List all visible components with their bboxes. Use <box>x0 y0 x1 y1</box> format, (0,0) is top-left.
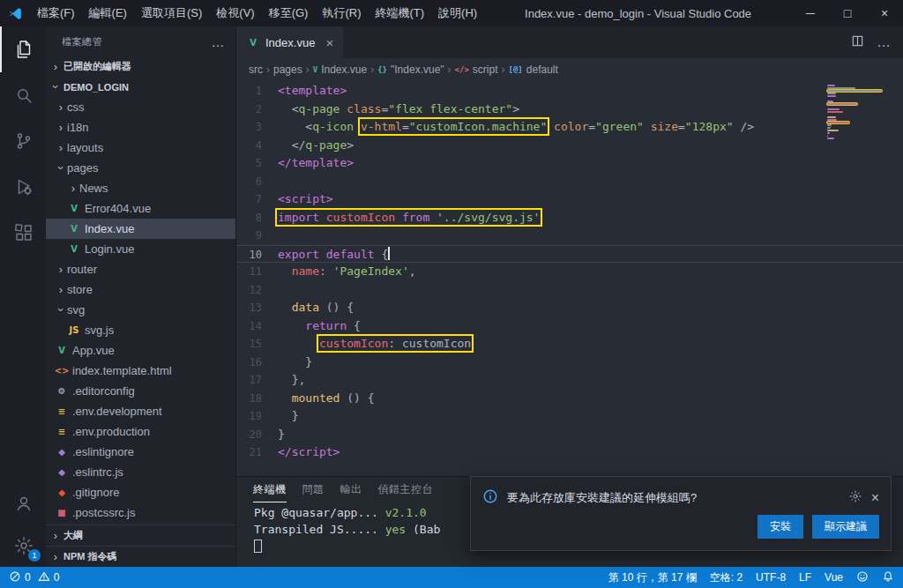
code-line-9[interactable]: 9 <box>236 227 903 245</box>
status-indentation[interactable]: 空格: 2 <box>710 570 743 585</box>
status-problems-errors[interactable]: 0 <box>9 570 31 585</box>
code-line-13[interactable]: 13 data () { <box>236 299 903 317</box>
tab-index-vue[interactable]: V Index.vue × <box>236 26 343 58</box>
minimap[interactable] <box>827 85 891 140</box>
tree-item-css[interactable]: ›css <box>46 97 235 117</box>
breadcrumb-index-vue-root[interactable]: {}"Index.vue" <box>377 63 444 76</box>
panel-tab-output[interactable]: 輸出 <box>340 477 362 502</box>
menu-run[interactable]: 執行(R) <box>315 0 368 26</box>
code-line-8[interactable]: 8import customIcon from '../svg/svg.js' <box>236 209 903 227</box>
tree-item-gitignore[interactable]: ◆.gitignore <box>46 482 235 502</box>
tree-item-store[interactable]: ›store <box>46 279 235 300</box>
tree-item-svg[interactable]: ›svg <box>46 300 235 320</box>
code-line-7[interactable]: 7<script> <box>236 190 903 209</box>
menu-selection[interactable]: 選取項目(S) <box>134 0 209 26</box>
close-button[interactable]: × <box>866 0 903 26</box>
menu-help[interactable]: 說明(H) <box>431 0 484 26</box>
open-editors-section[interactable]: › 已開啟的編輯器 <box>46 56 235 77</box>
panel-tab-problems[interactable]: 問題 <box>302 477 325 502</box>
tree-item-editorconfig[interactable]: ⚙.editorconfig <box>46 381 235 401</box>
code-line-3[interactable]: 3 <q-icon v-html="customIcon.machine" co… <box>236 118 903 137</box>
code-line-18[interactable]: 18 mounted () { <box>236 390 903 408</box>
code-line-19[interactable]: 19 } <box>236 407 903 426</box>
menu-terminal[interactable]: 終端機(T) <box>368 0 431 26</box>
status-eol[interactable]: LF <box>799 571 811 584</box>
install-button[interactable]: 安裝 <box>757 515 803 539</box>
root-folder-section[interactable]: › DEMO_LOGIN <box>46 77 235 97</box>
code-line-20[interactable]: 20} <box>236 426 903 444</box>
breadcrumb-default[interactable]: [@]default <box>509 63 558 76</box>
breadcrumb-script[interactable]: </>script <box>455 63 498 76</box>
breadcrumb-pages[interactable]: pages <box>273 63 302 76</box>
code-line-1[interactable]: 1<template> <box>236 82 903 100</box>
more-actions-icon[interactable]: … <box>212 34 226 49</box>
menu-go[interactable]: 移至(G) <box>262 0 316 26</box>
breadcrumb-index-vue[interactable]: VIndex.vue <box>313 63 367 76</box>
code-line-4[interactable]: 4 </q-page> <box>236 137 903 155</box>
tree-item-eslintignore[interactable]: ◆.eslintignore <box>46 442 235 462</box>
explorer-icon[interactable] <box>0 26 46 72</box>
tree-item-app-vue[interactable]: VApp.vue <box>46 340 235 361</box>
code-line-14[interactable]: 14 return { <box>236 317 903 336</box>
tree-item-env-development[interactable]: ≡.env.development <box>46 401 235 421</box>
tree-item-pages[interactable]: ›pages <box>46 158 235 178</box>
tree-item-postcssrc-js[interactable]: ■.postcssrc.js <box>46 502 235 523</box>
code-line-6[interactable]: 6 <box>236 173 903 191</box>
code-line-16[interactable]: 16 } <box>236 354 903 372</box>
code-line-11[interactable]: 11 name: 'PageIndex', <box>236 263 903 281</box>
status-notifications[interactable] <box>882 570 894 585</box>
line-number: 8 <box>236 209 278 227</box>
source-control-icon[interactable] <box>0 118 46 164</box>
tree-item-router[interactable]: ›router <box>46 259 235 279</box>
editor-more-icon[interactable]: … <box>877 34 891 50</box>
tree-item-news[interactable]: ›News <box>46 178 235 198</box>
panel-tab-debug-console[interactable]: 偵錯主控台 <box>378 477 434 502</box>
status-cursor-position[interactable]: 第 10 行，第 17 欄 <box>608 570 697 585</box>
code-line-10[interactable]: 10export default { <box>236 245 903 264</box>
run-debug-icon[interactable] <box>0 164 46 210</box>
code-line-2[interactable]: 2 <q-page class="flex flex-center"> <box>236 100 903 119</box>
tree-item-layouts[interactable]: ›layouts <box>46 138 235 158</box>
activity-bar-top <box>0 26 46 256</box>
code-line-15[interactable]: 15 customIcon: customIcon <box>236 335 903 354</box>
tree-item-index-template-html[interactable]: <>index.template.html <box>46 361 235 381</box>
tree-item-svg-js[interactable]: JSsvg.js <box>46 320 235 340</box>
npm-scripts-section[interactable]: › NPM 指令碼 <box>46 546 235 567</box>
file-label: .postcssrc.js <box>72 506 136 519</box>
outline-section[interactable]: › 大綱 <box>46 525 235 546</box>
code-editor[interactable]: 1<template>2 <q-page class="flex flex-ce… <box>236 81 903 476</box>
code-line-21[interactable]: 21</script> <box>236 443 903 462</box>
code-line-12[interactable]: 12 <box>236 281 903 300</box>
tree-item-login-vue[interactable]: VLogin.vue <box>46 239 235 259</box>
split-editor-icon[interactable] <box>851 34 864 50</box>
minimize-button[interactable]: ─ <box>792 0 829 26</box>
tree-item-env-production[interactable]: ≡.env.production <box>46 421 235 442</box>
tree-item-i18n[interactable]: ›i18n <box>46 117 235 138</box>
breadcrumb-src[interactable]: src <box>249 63 263 76</box>
code-line-17[interactable]: 17 }, <box>236 371 903 390</box>
tree-item-index-vue[interactable]: VIndex.vue <box>46 219 235 239</box>
tree-item-eslintrc-js[interactable]: ◆.eslintrc.js <box>46 462 235 482</box>
status-encoding[interactable]: UTF-8 <box>756 571 786 584</box>
status-problems-warnings[interactable]: 0 <box>38 570 60 585</box>
line-number: 21 <box>236 443 278 462</box>
close-tab-icon[interactable]: × <box>325 35 333 50</box>
menu-edit[interactable]: 編輯(E) <box>82 0 134 26</box>
menu-view[interactable]: 檢視(V) <box>209 0 261 26</box>
menu-file[interactable]: 檔案(F) <box>30 0 82 26</box>
show-recommendations-button[interactable]: 顯示建議 <box>812 515 879 539</box>
status-language-mode[interactable]: Vue <box>825 571 843 584</box>
status-feedback[interactable] <box>856 570 869 585</box>
notification-settings-icon[interactable] <box>848 489 862 506</box>
code-line-5[interactable]: 5</template> <box>236 154 903 173</box>
file-label: Index.vue <box>85 222 134 235</box>
account-icon[interactable] <box>0 482 46 525</box>
extensions-icon[interactable] <box>0 210 46 256</box>
notification-close-icon[interactable]: × <box>871 491 879 505</box>
maximize-button[interactable]: □ <box>829 0 866 26</box>
search-icon[interactable] <box>0 72 46 118</box>
tree-item-error404-vue[interactable]: VError404.vue <box>46 198 235 219</box>
settings-icon[interactable]: 1 <box>0 525 46 567</box>
panel-tab-terminal[interactable]: 終端機 <box>253 477 287 502</box>
editor-actions: … <box>851 26 903 58</box>
